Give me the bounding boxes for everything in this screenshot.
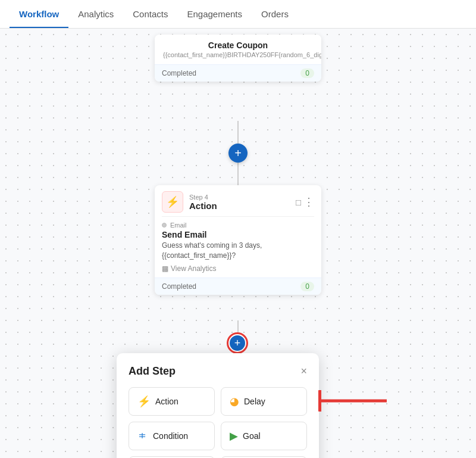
nav-item-workflow[interactable]: Workflow [10,1,68,27]
coupon-card: Create Coupon {{contact_first_name}}BIRT… [155,35,321,82]
coupon-footer-label: Completed [162,69,196,77]
red-arrow [318,390,390,414]
view-analytics-label: View Analytics [171,264,216,273]
bolt-icon: ⚡ [166,195,179,208]
step4-detail-desc: Guess what's coming in 3 days, {{contact… [162,241,314,261]
step4-detail-title: Send Email [162,230,314,239]
delay-icon: ◕ [230,395,239,408]
coupon-footer-badge: 0 [300,68,314,78]
workflow-canvas: Create Coupon {{contact_first_name}}BIRT… [0,29,476,458]
coupon-footer: Completed 0 [155,64,321,82]
step4-header: ⚡ Step 4 Action □ ⋮ [155,185,321,216]
modal-option-action[interactable]: ⚡ Action [129,387,215,416]
add-step-modal: Add Step × ⚡ Action ◕ Delay ⧧ Condition … [117,353,319,458]
connector-1 [237,121,239,145]
step4-footer-badge: 0 [300,282,314,291]
coupon-code: {{contact_first_name}}BIRTHDAY250FF{rand… [163,51,313,58]
step4-footer-label: Completed [162,282,196,291]
plus-icon-1: + [234,147,242,160]
modal-options-grid: ⚡ Action ◕ Delay ⧧ Condition ▶ Goal ↕ Ju [129,387,307,458]
nav-bar: Workflow Analytics Contacts Engagements … [0,0,476,29]
action-label: Action [155,397,178,406]
goal-icon: ▶ [230,429,238,443]
add-step-inner: + [230,335,245,351]
step4-type: Action [189,201,217,211]
step4-detail-label: Email [162,222,314,229]
coupon-title: Create Coupon [163,40,313,50]
step4-body-wrapper: Email Send Email Guess what's coming in … [155,216,321,278]
modal-option-goal[interactable]: ▶ Goal [221,422,307,450]
step4-card: ⚡ Step 4 Action □ ⋮ Email Send Email Gue… [155,185,321,295]
action-icon: ⚡ [137,395,151,408]
step4-card-actions: □ ⋮ [296,195,314,208]
connector-2 [237,163,239,186]
modal-header: Add Step × [129,365,307,378]
step4-footer: Completed 0 [155,278,321,295]
step4-icon-box: ⚡ [162,191,183,213]
comment-icon[interactable]: □ [296,197,301,207]
nav-item-analytics[interactable]: Analytics [68,1,123,27]
modal-title: Add Step [129,365,176,378]
condition-icon: ⧧ [137,430,148,443]
nav-item-engagements[interactable]: Engagements [177,1,252,27]
more-icon[interactable]: ⋮ [303,195,314,208]
delay-label: Delay [244,397,265,406]
add-step-button-1[interactable]: + [228,144,248,163]
step4-number: Step 4 [189,194,217,201]
condition-label: Condition [153,431,188,441]
coupon-card-body: Create Coupon {{contact_first_name}}BIRT… [155,35,321,64]
add-step-button-2[interactable]: + [227,332,248,354]
modal-close-button[interactable]: × [300,365,307,378]
step4-body: Email Send Email Guess what's coming in … [162,216,314,278]
nav-item-contacts[interactable]: Contacts [123,1,177,27]
view-analytics-link[interactable]: ▩ View Analytics [162,264,314,273]
nav-item-orders[interactable]: Orders [252,1,298,27]
modal-option-delay[interactable]: ◕ Delay [221,387,307,416]
step4-category: Email [170,222,187,229]
bar-chart-icon: ▩ [162,264,168,273]
goal-label: Goal [243,431,261,441]
plus-icon-2: + [234,338,241,348]
step4-dot [162,223,167,228]
modal-option-condition[interactable]: ⧧ Condition [129,422,215,450]
